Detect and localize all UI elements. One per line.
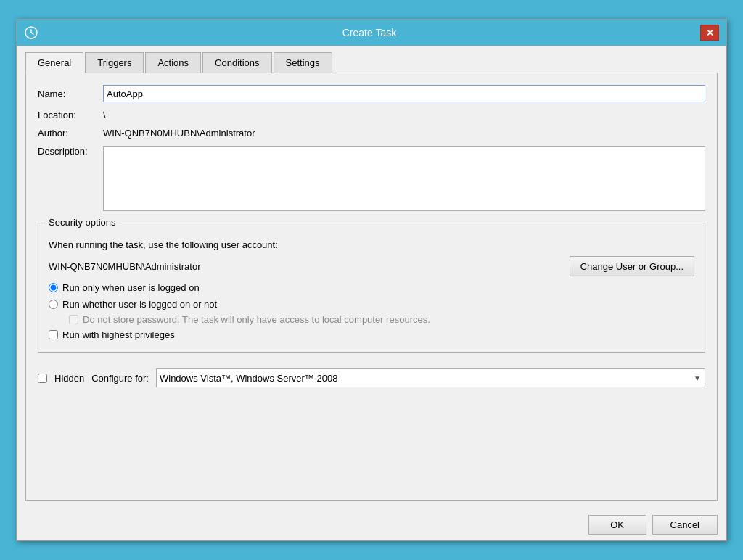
close-button[interactable]: ✕	[700, 25, 719, 41]
tab-bar: General Triggers Actions Conditions Sett…	[25, 52, 718, 73]
radio-run-logged-on[interactable]	[49, 283, 58, 292]
author-row: Author: WIN-QNB7N0MHUBN\Administrator	[38, 128, 705, 139]
name-label: Name:	[38, 88, 103, 99]
security-options-group: Security options When running the task, …	[38, 223, 705, 353]
create-task-dialog: Create Task ✕ General Triggers Actions C…	[16, 19, 727, 541]
tab-content-general: Name: Location: \ Author: WIN-QNB7N0MHUB…	[25, 73, 718, 501]
svg-line-2	[31, 33, 33, 34]
radio-whether-logged-label: Run whether user is logged on or not	[62, 299, 217, 310]
location-row: Location: \	[38, 110, 705, 120]
author-label: Author:	[38, 128, 103, 139]
configure-for-label: Configure for:	[91, 373, 149, 384]
configure-for-select[interactable]: Windows Vista™, Windows Server™ 2008 Win…	[156, 368, 705, 387]
tab-triggers[interactable]: Triggers	[85, 52, 144, 73]
description-label: Description:	[38, 146, 103, 157]
location-value: \	[103, 110, 106, 120]
checkbox-no-password-label: Do not store password. The task will onl…	[83, 314, 430, 325]
tab-conditions[interactable]: Conditions	[202, 52, 271, 73]
radio-logged-on-row: Run only when user is logged on	[49, 282, 694, 293]
dialog-content: General Triggers Actions Conditions Sett…	[17, 46, 726, 509]
tab-general[interactable]: General	[25, 52, 83, 73]
dialog-title: Create Task	[38, 27, 700, 38]
checkbox-highest-priv-row: Run with highest privileges	[49, 329, 694, 340]
clock-icon	[24, 25, 38, 40]
radio-whether-logged-row: Run whether user is logged on or not	[49, 299, 694, 310]
bottom-options-row: Hidden Configure for: Windows Vista™, Wi…	[38, 368, 705, 387]
security-group-legend: Security options	[46, 217, 119, 228]
security-user-row: WIN-QNB7N0MHUBN\Administrator Change Use…	[49, 256, 694, 276]
dialog-buttons: OK Cancel	[17, 509, 726, 540]
checkbox-highest-privileges[interactable]	[49, 330, 58, 339]
security-user-account: WIN-QNB7N0MHUBN\Administrator	[49, 261, 564, 272]
description-row: Description:	[38, 146, 705, 211]
tab-settings[interactable]: Settings	[274, 52, 332, 73]
title-bar: Create Task ✕	[17, 20, 726, 46]
description-input[interactable]	[103, 146, 705, 211]
checkbox-highest-priv-label: Run with highest privileges	[62, 329, 175, 340]
name-input[interactable]	[103, 85, 705, 102]
radio-run-whether-logged[interactable]	[49, 300, 58, 309]
change-user-group-button[interactable]: Change User or Group...	[570, 256, 694, 276]
radio-logged-on-label: Run only when user is logged on	[62, 282, 200, 293]
cancel-button[interactable]: Cancel	[652, 515, 718, 535]
security-description: When running the task, use the following…	[49, 239, 694, 250]
author-value: WIN-QNB7N0MHUBN\Administrator	[103, 128, 255, 139]
configure-select-wrapper: Windows Vista™, Windows Server™ 2008 Win…	[156, 368, 705, 387]
checkbox-no-password[interactable]	[69, 315, 78, 324]
hidden-label: Hidden	[54, 373, 84, 384]
ok-button[interactable]: OK	[588, 515, 646, 535]
tab-actions[interactable]: Actions	[145, 52, 201, 73]
checkbox-no-password-row: Do not store password. The task will onl…	[69, 314, 694, 325]
checkbox-hidden[interactable]	[38, 374, 47, 383]
location-label: Location:	[38, 110, 103, 120]
name-row: Name:	[38, 85, 705, 102]
